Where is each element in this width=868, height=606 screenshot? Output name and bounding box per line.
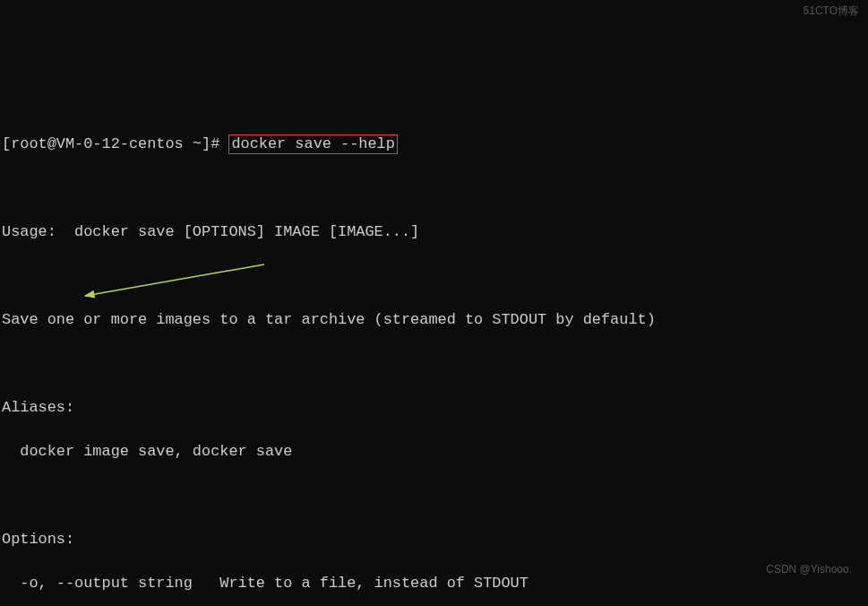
watermark-csdn: CSDN @Yishooo. [766, 562, 852, 577]
aliases-header: Aliases: [2, 397, 868, 420]
shell-prompt: [root@VM-0-12-centos ~]# [2, 135, 228, 152]
options-line: -o, --output string Write to a file, ins… [2, 573, 868, 595]
command-highlight-box: docker save --help [228, 134, 397, 154]
options-header: Options: [2, 529, 868, 551]
watermark-51cto: 51CTO博客 [804, 4, 859, 19]
blank-line [2, 265, 868, 288]
terminal-line: [root@VM-0-12-centos ~]# docker save --h… [2, 134, 868, 156]
aliases-line: docker image save, docker save [2, 441, 868, 463]
blank-line [2, 177, 868, 200]
blank-line [2, 353, 868, 376]
description-line: Save one or more images to a tar archive… [2, 309, 868, 332]
command-text: docker save --help [231, 135, 394, 152]
blank-line [2, 485, 868, 507]
usage-line: Usage: docker save [OPTIONS] IMAGE [IMAG… [2, 221, 868, 244]
